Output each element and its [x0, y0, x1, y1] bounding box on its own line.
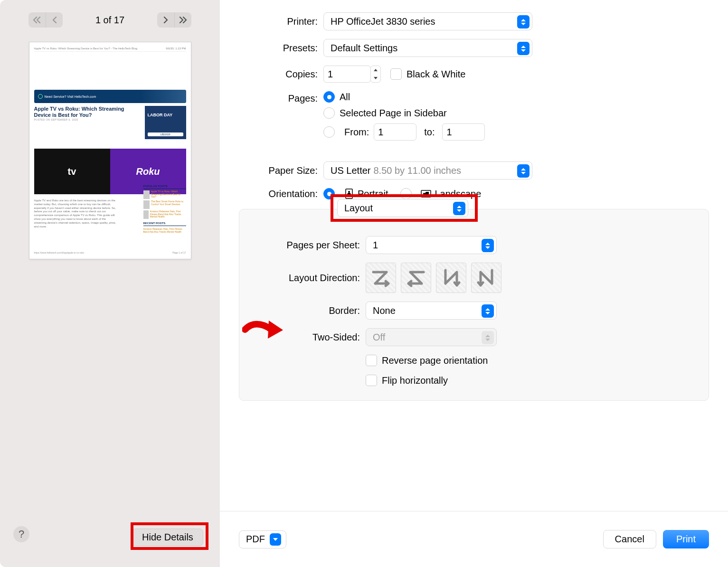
paper-size-label: Paper Size: [239, 165, 323, 176]
paper-size-select[interactable]: US Letter 8.50 by 11.00 inches [323, 161, 532, 180]
pdf-label: PDF [246, 534, 265, 545]
nav-first-button[interactable] [28, 12, 46, 28]
doc-header: Apple TV vs Roku: Which Streaming Device… [34, 47, 138, 50]
two-sided-value: Off [373, 332, 385, 343]
ad-code: LBD2020 [148, 132, 183, 136]
page-counter: 1 of 17 [95, 15, 124, 26]
section-value: Layout [344, 203, 373, 214]
presets-label: Presets: [239, 43, 323, 54]
nav-prev-button[interactable] [46, 12, 63, 28]
updown-arrows-icon [517, 164, 529, 178]
pages-to-input[interactable] [442, 123, 485, 141]
updown-arrows-icon [482, 331, 494, 344]
updown-arrows-icon [482, 304, 494, 318]
pages-per-sheet-value: 1 [373, 240, 378, 251]
apple-tv-logo: tv [68, 166, 76, 177]
article-body: Apple TV and Roku are two of the best st… [34, 199, 119, 228]
paper-size-value: US Letter [331, 165, 370, 176]
layout-dir-z-button[interactable] [366, 263, 396, 293]
layout-s-icon [406, 267, 426, 288]
svg-point-3 [423, 193, 425, 195]
preview-page-thumbnail[interactable]: Apple TV vs Roku: Which Streaming Device… [29, 42, 191, 259]
layout-n-icon [441, 267, 462, 288]
pages-selected-radio[interactable] [323, 107, 335, 119]
printer-label: Printer: [239, 16, 323, 27]
border-label: Border: [254, 305, 366, 316]
chevron-left-icon [52, 17, 57, 23]
chevron-right-icon [163, 17, 169, 23]
print-button[interactable]: Print [663, 530, 709, 548]
portrait-radio[interactable] [323, 188, 335, 199]
layout-dir-s-button[interactable] [401, 263, 431, 293]
double-chevron-left-icon [33, 17, 41, 23]
section-select[interactable]: Layout [337, 199, 468, 217]
pages-label: Pages: [239, 91, 323, 104]
layout-z-icon [370, 267, 391, 288]
footer-bar: PDF Cancel Print [220, 511, 728, 567]
layout-n2-icon [476, 267, 497, 288]
reverse-label: Reverse page orientation [382, 355, 488, 366]
nav-next-last-group [157, 12, 191, 28]
doc-time: 9/6/20, 1:13 PM [166, 47, 186, 50]
ad-label: LABOR DAY [148, 113, 173, 117]
portrait-label: Portrait [358, 189, 388, 199]
orientation-label: Orientation: [239, 189, 323, 199]
nav-next-button[interactable] [157, 12, 174, 28]
pages-from-input[interactable] [374, 123, 416, 141]
hide-details-button[interactable]: Hide Details [132, 529, 203, 546]
landscape-radio[interactable] [400, 188, 412, 199]
reverse-checkbox[interactable] [366, 355, 377, 366]
article-title: Apple TV vs Roku: Which Streaming Device… [34, 106, 141, 118]
sidebar-popular: POPULAR POSTS Apple TV vs Roku: Which St… [143, 185, 186, 233]
paper-dims: 8.50 by 11.00 inches [373, 165, 461, 176]
banner: Need Service? Visit HelloTech.com [34, 90, 186, 103]
pages-all-radio[interactable] [323, 91, 335, 103]
pages-selected-label: Selected Page in Sidebar [340, 108, 447, 119]
copies-input[interactable] [323, 66, 371, 83]
recent-posts-header: RECENT POSTS [143, 222, 186, 226]
updown-arrows-icon [453, 202, 465, 215]
help-button[interactable]: ? [13, 526, 29, 542]
stepper-up-icon[interactable] [371, 66, 380, 74]
double-chevron-right-icon [179, 17, 187, 23]
updown-arrows-icon [517, 15, 529, 28]
black-white-checkbox[interactable] [390, 68, 402, 80]
pages-from-label: From: [344, 127, 369, 138]
roku-logo: Roku [136, 166, 160, 177]
printer-value: HP OfficeJet 3830 series [331, 16, 435, 27]
preview-pane: 1 of 17 Apple TV vs Roku: Which Streamin… [0, 0, 220, 567]
cancel-button[interactable]: Cancel [603, 530, 656, 548]
pages-from-radio[interactable] [323, 126, 335, 138]
presets-select[interactable]: Default Settings [323, 39, 532, 57]
copies-stepper[interactable] [370, 66, 381, 83]
two-sided-select: Off [366, 328, 497, 346]
preview-nav: 1 of 17 [0, 0, 220, 35]
portrait-icon [343, 188, 355, 199]
ad-box: LABOR DAY LBD2020 [145, 106, 186, 139]
layout-dir-n2-button[interactable] [471, 263, 501, 293]
flip-checkbox[interactable] [366, 375, 377, 386]
two-sided-label: Two-Sided: [254, 332, 366, 343]
nav-last-button[interactable] [174, 12, 191, 28]
settings-pane: Printer: HP OfficeJet 3830 series Preset… [220, 0, 728, 567]
stepper-down-icon[interactable] [371, 74, 380, 82]
flip-label: Flip horizontally [382, 375, 448, 386]
page-url: https://www.hellotech.com/blog/apple-tv-… [34, 251, 85, 254]
copies-label: Copies: [239, 69, 323, 80]
printer-select[interactable]: HP OfficeJet 3830 series [323, 12, 532, 30]
page-number: Page 1 of 17 [172, 251, 186, 254]
pages-per-sheet-label: Pages per Sheet: [254, 240, 366, 251]
black-white-label: Black & White [407, 69, 465, 80]
pages-to-label: to: [424, 127, 435, 138]
layout-direction-label: Layout Direction: [254, 273, 366, 284]
pages-per-sheet-select[interactable]: 1 [366, 236, 497, 254]
border-value: None [373, 305, 396, 316]
chevron-down-icon [270, 533, 281, 546]
layout-group: Layout Pages per Sheet: 1 Layout Directi… [239, 209, 709, 401]
layout-dir-n-button[interactable] [436, 263, 466, 293]
border-select[interactable]: None [366, 302, 497, 320]
updown-arrows-icon [517, 42, 529, 55]
svg-point-1 [348, 191, 350, 193]
pages-all-label: All [340, 92, 350, 103]
pdf-menu-button[interactable]: PDF [239, 530, 286, 548]
